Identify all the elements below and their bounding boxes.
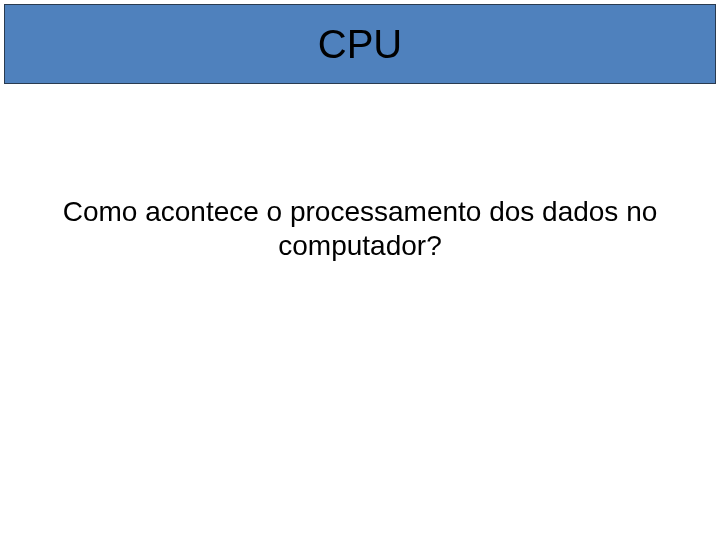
slide-title: CPU xyxy=(318,22,402,67)
slide-body-text: Como acontece o processamento dos dados … xyxy=(60,195,660,262)
slide-title-bar: CPU xyxy=(4,4,716,84)
